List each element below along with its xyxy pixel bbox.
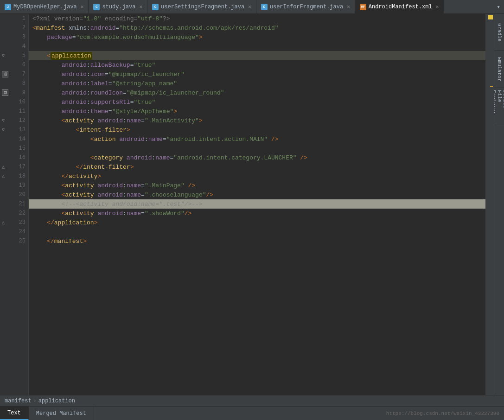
- close-icon-study[interactable]: ✕: [139, 4, 142, 10]
- gutter-line-25: 25: [0, 236, 28, 246]
- scroll-marker-yellow: [488, 15, 493, 19]
- bottom-url: https://blog.csdn.net/weixin_43227390: [382, 407, 504, 420]
- code-line-14: <action android:name="android.intent.act…: [29, 134, 485, 144]
- code-line-13: <intent-filter>: [29, 125, 485, 134]
- code-line-23: </application>: [29, 218, 485, 227]
- gutter-line-8: 8: [0, 79, 28, 88]
- tab-label-userinfor: userInforFragment.java: [270, 4, 343, 10]
- tab-overflow-button[interactable]: ▾: [493, 0, 504, 13]
- gutter-line-5: ▽ 5: [0, 51, 28, 60]
- tab-label-study: study.java: [102, 4, 135, 10]
- code-line-3: package="com.example.wordsofmultilanguag…: [29, 32, 485, 42]
- fold-icon-12[interactable]: ▽: [2, 118, 5, 123]
- gradle-panel[interactable]: Gradle: [494, 14, 504, 51]
- code-line-7: android:icon="@mipmap/ic_launcher": [29, 70, 485, 79]
- tab-label-usersettings: userSettingsFragment.java: [161, 4, 244, 10]
- gutter-line-1: 1: [0, 14, 28, 23]
- tab-usersettings[interactable]: C userSettingsFragment.java ✕: [147, 0, 256, 13]
- gutter-line-11: 11: [0, 107, 28, 116]
- code-line-11: android:theme="@style/AppTheme">: [29, 107, 485, 116]
- gutter-line-16: 16: [0, 153, 28, 162]
- main-area: 1 2 3 4 ▽ 5 6 🖼 7 8 🖼 9 10 11 ▽ 12 ▽ 13 …: [0, 14, 504, 395]
- code-line-4: [29, 42, 485, 51]
- code-line-1: <?xml version="1.0" encoding="utf-8"?>: [29, 14, 485, 23]
- tab-study[interactable]: C study.java ✕: [89, 0, 147, 13]
- code-line-20: <activity android:name=".chooselanguage"…: [29, 190, 485, 199]
- code-line-16: <category android:name="android.intent.c…: [29, 153, 485, 162]
- code-line-6: android:allowBackup="true": [29, 60, 485, 70]
- gutter-line-18: △ 18: [0, 172, 28, 181]
- gutter-line-4: 4: [0, 42, 28, 51]
- code-line-15: [29, 144, 485, 153]
- code-editor[interactable]: <?xml version="1.0" encoding="utf-8"?> <…: [29, 14, 485, 395]
- code-line-9: android:roundIcon="@mipmap/ic_launcher_r…: [29, 88, 485, 97]
- fold-icon-18[interactable]: △: [2, 173, 5, 179]
- tab-label-mydb: MyDBOpenHelper.java: [13, 4, 77, 10]
- tab-mydb[interactable]: J MyDBOpenHelper.java ✕: [0, 0, 89, 13]
- gutter-line-2: 2: [0, 23, 28, 32]
- bottom-tabs-group: Text Merged Manifest: [0, 407, 94, 420]
- fold-icon-13[interactable]: ▽: [2, 127, 5, 133]
- close-icon-userinfor[interactable]: ✕: [347, 4, 350, 10]
- gutter-line-7: 🖼 7: [0, 70, 28, 79]
- code-line-21: <!--<activity android:name=".test"/>-->: [29, 199, 485, 209]
- gutter-line-6: 6: [0, 60, 28, 70]
- code-line-17: </intent-filter>: [29, 162, 485, 172]
- scroll-marker-panel: [485, 14, 494, 395]
- image-icon-9: 🖼: [2, 89, 8, 96]
- tab-manifest[interactable]: MF AndroidManifest.xml ✕: [355, 0, 444, 13]
- gutter-line-3: 3: [0, 32, 28, 42]
- code-line-8: android:label="@string/app_name": [29, 79, 485, 88]
- line-number-gutter: 1 2 3 4 ▽ 5 6 🖼 7 8 🖼 9 10 11 ▽ 12 ▽ 13 …: [0, 14, 29, 395]
- close-icon-usersettings[interactable]: ✕: [248, 4, 251, 10]
- java-icon: J: [5, 4, 11, 10]
- gutter-line-24: 24: [0, 227, 28, 236]
- breadcrumb-manifest[interactable]: manifest: [5, 398, 32, 404]
- gutter-line-21: 21: [0, 199, 28, 209]
- image-icon-7: 🖼: [2, 71, 8, 77]
- code-line-25: </manifest>: [29, 236, 485, 246]
- code-line-22: <activity android:name=".showWord"/>: [29, 209, 485, 218]
- code-line-12: <activity android:name=".MainActivity">: [29, 116, 485, 125]
- scroll-marker-orange: [490, 86, 493, 87]
- gutter-line-17: △ 17: [0, 162, 28, 172]
- fold-icon-17[interactable]: △: [2, 164, 5, 170]
- gutter-line-22: 22: [0, 209, 28, 218]
- breadcrumb-separator: ›: [33, 398, 37, 404]
- code-line-10: android:supportsRtl="true": [29, 97, 485, 107]
- code-line-5: <application: [29, 51, 485, 60]
- gutter-line-19: 19: [0, 181, 28, 190]
- breadcrumb-application[interactable]: application: [38, 398, 75, 404]
- gutter-line-9: 🖼 9: [0, 88, 28, 97]
- fold-icon-5[interactable]: ▽: [2, 53, 5, 58]
- code-lines: <?xml version="1.0" encoding="utf-8"?> <…: [29, 14, 485, 246]
- gutter-line-12: ▽ 12: [0, 116, 28, 125]
- breadcrumb-bar: manifest › application: [0, 395, 504, 406]
- close-icon-mydb[interactable]: ✕: [81, 4, 84, 10]
- gutter-line-10: 10: [0, 97, 28, 107]
- java-icon-study: C: [93, 4, 100, 10]
- gutter-line-14: 14: [0, 134, 28, 144]
- java-icon-userinfor: C: [261, 4, 268, 10]
- right-tool-panels: Gradle Emulator Device File Explorer: [494, 14, 504, 395]
- fold-icon-23[interactable]: △: [2, 220, 5, 225]
- gutter-line-15: 15: [0, 144, 28, 153]
- code-line-18: </activity>: [29, 172, 485, 181]
- code-line-24: [29, 227, 485, 236]
- device-file-panel[interactable]: Device File Explorer: [494, 88, 504, 125]
- close-icon-manifest[interactable]: ✕: [436, 4, 439, 10]
- tab-label-manifest: AndroidManifest.xml: [369, 4, 432, 10]
- java-icon-usersettings: C: [152, 4, 159, 10]
- bottom-tab-bar: Text Merged Manifest https://blog.csdn.n…: [0, 406, 504, 420]
- code-line-2: <manifest xmlns:android="http://schemas.…: [29, 23, 485, 32]
- gutter-line-20: 20: [0, 190, 28, 199]
- xml-icon-manifest: MF: [360, 4, 366, 10]
- tab-text[interactable]: Text: [0, 407, 29, 420]
- tab-bar: J MyDBOpenHelper.java ✕ C study.java ✕ C…: [0, 0, 504, 14]
- emulator-panel[interactable]: Emulator: [494, 51, 504, 88]
- tab-merged-manifest[interactable]: Merged Manifest: [29, 407, 94, 420]
- gutter-line-23: △ 23: [0, 218, 28, 227]
- tab-userinfor[interactable]: C userInforFragment.java ✕: [256, 0, 355, 13]
- code-line-19: <activity android:name=".MainPage" />: [29, 181, 485, 190]
- tab-merged-label: Merged Manifest: [36, 410, 86, 417]
